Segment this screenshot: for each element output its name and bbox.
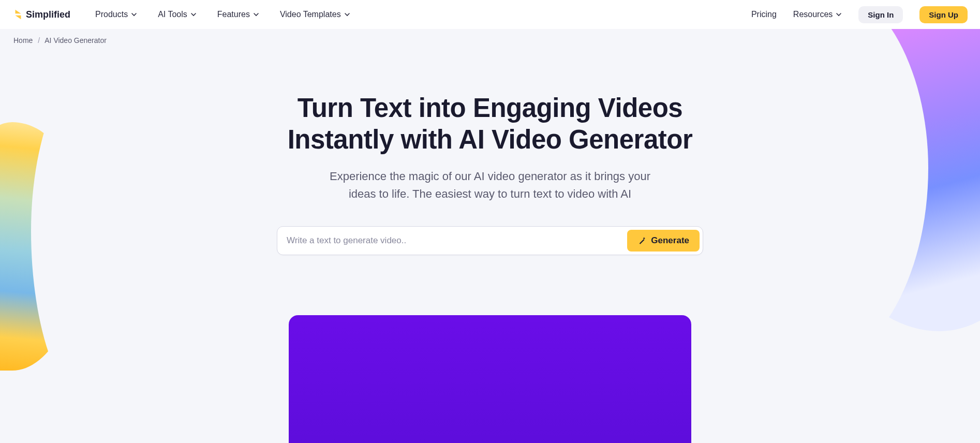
prompt-input[interactable] [280,230,627,251]
nav-label: Pricing [751,10,777,19]
signup-button[interactable]: Sign Up [919,6,968,23]
hero-subtitle: Experience the magic of our AI video gen… [21,168,959,203]
nav-label: Resources [793,10,833,19]
magic-wand-icon [637,236,647,245]
hero-title: Turn Text into Engaging Videos Instantly… [21,92,959,155]
nav-pricing[interactable]: Pricing [751,10,777,19]
breadcrumb: Home / AI Video Generator [0,29,980,52]
decorative-blob-left [0,29,103,391]
hero-section: Turn Text into Engaging Videos Instantly… [0,92,980,203]
video-preview-panel [289,315,691,443]
header-right: Pricing Resources Sign In Sign Up [751,6,968,23]
nav-label: Products [95,10,128,19]
nav-resources[interactable]: Resources [793,10,842,19]
chevron-down-icon [131,11,137,18]
nav-label: Features [217,10,250,19]
hero-subtitle-line1: Experience the magic of our AI video gen… [330,170,650,183]
generate-button-label: Generate [651,235,689,246]
nav-features[interactable]: Features [217,10,259,19]
signin-button[interactable]: Sign In [858,6,903,23]
generate-button[interactable]: Generate [627,230,700,252]
brand-name: Simplified [26,9,70,20]
nav-label: Video Templates [280,10,341,19]
nav-products[interactable]: Products [95,10,137,19]
chevron-down-icon [344,11,350,18]
breadcrumb-current: AI Video Generator [44,36,107,45]
hero-subtitle-line2: ideas to life. The easiest way to turn t… [349,187,631,200]
site-header: Simplified Products AI Tools Features Vi… [0,0,980,29]
prompt-box: Generate [277,226,703,255]
nav-video-templates[interactable]: Video Templates [280,10,350,19]
brand-logo[interactable]: Simplified [12,9,70,20]
chevron-down-icon [253,11,259,18]
primary-nav: Products AI Tools Features Video Templat… [95,10,350,19]
hero-title-line2: Instantly with AI Video Generator [288,125,693,154]
chevron-down-icon [190,11,197,18]
chevron-down-icon [836,11,842,18]
breadcrumb-home[interactable]: Home [13,36,33,45]
nav-ai-tools[interactable]: AI Tools [158,10,197,19]
brand-logo-icon [12,9,24,20]
hero-title-line1: Turn Text into Engaging Videos [298,93,682,123]
nav-label: AI Tools [158,10,187,19]
breadcrumb-separator: / [38,36,40,45]
